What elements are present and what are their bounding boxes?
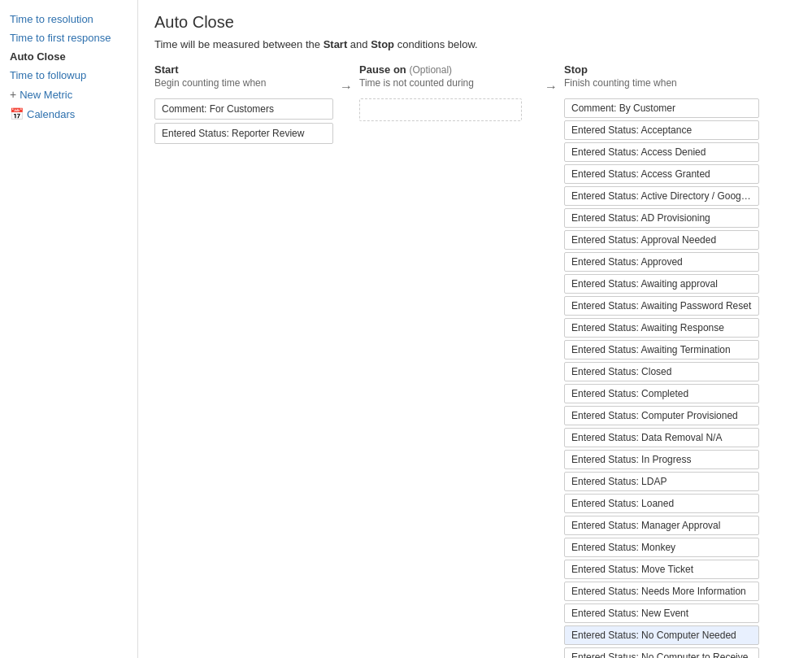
pause-sub: Time is not counted during — [359, 77, 538, 89]
start-column: Start Begin counting time when Comment: … — [154, 63, 333, 147]
sidebar-item-time-to-followup[interactable]: Time to followup — [8, 66, 129, 85]
stop-header: Stop Finish counting time when — [564, 63, 759, 95]
start-header: Start Begin counting time when — [154, 63, 333, 95]
stop-item-13[interactable]: Entered Status: Completed — [564, 384, 759, 403]
pause-column: Pause on (Optional) Time is not counted … — [359, 63, 538, 121]
sidebar-item-time-to-first-response[interactable]: Time to first response — [8, 28, 129, 47]
pause-optional: (Optional) — [409, 64, 452, 76]
stop-item-19[interactable]: Entered Status: Manager Approval — [564, 516, 759, 535]
stop-column: Stop Finish counting time when Comment: … — [564, 63, 759, 658]
stop-sub: Finish counting time when — [564, 77, 759, 89]
start-sub: Begin counting time when — [154, 77, 333, 89]
arrow-start-to-pause: → — [333, 63, 359, 94]
pause-title: Pause on (Optional) — [359, 63, 538, 76]
stop-item-24[interactable]: Entered Status: No Computer Needed — [564, 625, 759, 645]
sidebar-item-time-to-resolution[interactable]: Time to resolution — [8, 10, 129, 28]
stop-item-23[interactable]: Entered Status: New Event — [564, 604, 759, 623]
new-metric-label: New Metric — [20, 89, 72, 101]
stop-item-6[interactable]: Entered Status: Approval Needed — [564, 230, 759, 250]
stop-item-2[interactable]: Entered Status: Access Denied — [564, 142, 759, 162]
stop-item-17[interactable]: Entered Status: LDAP — [564, 472, 759, 491]
desc-middle: and — [347, 38, 371, 50]
page-description: Time will be measured between the Start … — [154, 38, 796, 50]
stop-item-14[interactable]: Entered Status: Computer Provisioned — [564, 406, 759, 425]
desc-prefix: Time will be measured between the — [154, 38, 323, 50]
main-content: Auto Close Time will be measured between… — [138, 0, 812, 658]
stop-item-8[interactable]: Entered Status: Awaiting approval — [564, 274, 759, 294]
stop-item-18[interactable]: Entered Status: Loaned — [564, 494, 759, 513]
stop-item-25[interactable]: Entered Status: No Computer to Receive — [564, 647, 759, 658]
new-metric-action[interactable]: + New Metric — [8, 85, 129, 104]
stop-items-container: Comment: By CustomerEntered Status: Acce… — [564, 98, 759, 658]
calendar-icon: 📅 — [10, 107, 24, 120]
desc-suffix: conditions below. — [394, 38, 478, 50]
stop-item-7[interactable]: Entered Status: Approved — [564, 252, 759, 272]
start-item-0[interactable]: Comment: For Customers — [154, 98, 333, 120]
stop-item-16[interactable]: Entered Status: In Progress — [564, 450, 759, 469]
plus-icon: + — [10, 88, 16, 101]
stop-item-1[interactable]: Entered Status: Acceptance — [564, 120, 759, 140]
stop-item-12[interactable]: Entered Status: Closed — [564, 362, 759, 381]
stop-item-20[interactable]: Entered Status: Monkey — [564, 538, 759, 557]
stop-item-5[interactable]: Entered Status: AD Provisioning — [564, 208, 759, 228]
pause-empty-field[interactable] — [359, 98, 522, 121]
desc-start: Start — [323, 38, 348, 50]
stop-item-22[interactable]: Entered Status: Needs More Information — [564, 582, 759, 601]
start-title: Start — [154, 63, 333, 76]
stop-item-21[interactable]: Entered Status: Move Ticket — [564, 560, 759, 579]
sidebar-item-auto-close: Auto Close — [8, 47, 129, 66]
stop-item-15[interactable]: Entered Status: Data Removal N/A — [564, 428, 759, 447]
stop-item-3[interactable]: Entered Status: Access Granted — [564, 164, 759, 184]
arrow-pause-to-stop: → — [538, 63, 564, 94]
stop-item-9[interactable]: Entered Status: Awaiting Password Reset — [564, 296, 759, 316]
stop-item-4[interactable]: Entered Status: Active Directory / Googl… — [564, 186, 759, 206]
stop-item-10[interactable]: Entered Status: Awaiting Response — [564, 318, 759, 338]
calendars-action[interactable]: 📅 Calendars — [8, 104, 129, 124]
sidebar: Time to resolution Time to first respons… — [0, 0, 138, 658]
page-title: Auto Close — [154, 13, 796, 32]
stop-item-0[interactable]: Comment: By Customer — [564, 98, 759, 118]
calendars-label: Calendars — [27, 108, 75, 120]
desc-stop: Stop — [371, 38, 394, 50]
stop-item-11[interactable]: Entered Status: Awaiting Termination — [564, 340, 759, 360]
stop-title: Stop — [564, 63, 759, 76]
start-item-1[interactable]: Entered Status: Reporter Review — [154, 123, 333, 144]
conditions-layout: Start Begin counting time when Comment: … — [154, 63, 796, 658]
pause-header: Pause on (Optional) Time is not counted … — [359, 63, 538, 95]
